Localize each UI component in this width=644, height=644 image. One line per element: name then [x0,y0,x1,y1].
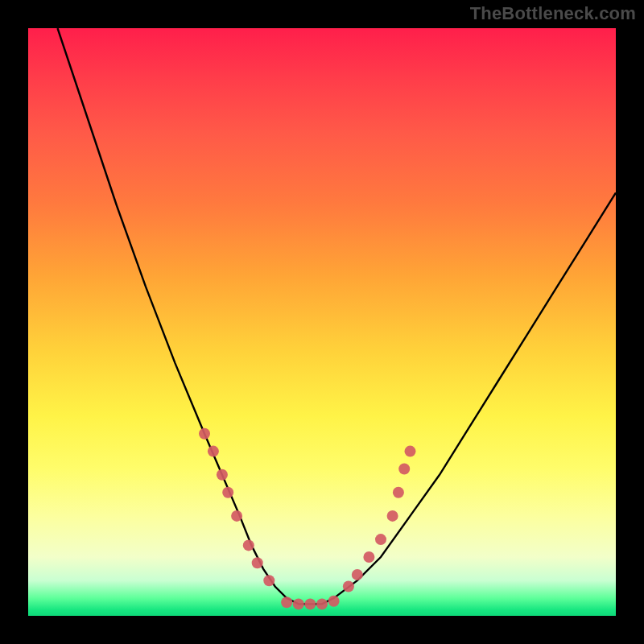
data-point [243,539,254,551]
data-point [231,510,242,522]
data-point [304,598,316,609]
data-point [281,597,292,608]
data-point [222,487,233,498]
bottleneck-curve [58,28,617,604]
chart-frame: TheBottleneck.com [0,0,644,644]
data-point [252,557,263,568]
data-point [208,446,219,457]
chart-svg [28,28,616,616]
watermark-text: TheBottleneck.com [470,3,636,24]
data-point [352,569,363,580]
data-point [398,464,410,475]
data-point [328,596,340,607]
data-point [375,534,386,545]
data-point [199,428,210,440]
data-point [293,598,304,609]
plot-area [28,28,616,616]
data-point [217,469,228,481]
data-point [343,581,354,592]
data-point [387,510,398,522]
data-point [316,598,328,609]
scatter-points [199,428,416,610]
data-point [363,551,374,563]
data-point [263,575,275,586]
data-point [405,446,416,457]
data-point [393,487,404,498]
